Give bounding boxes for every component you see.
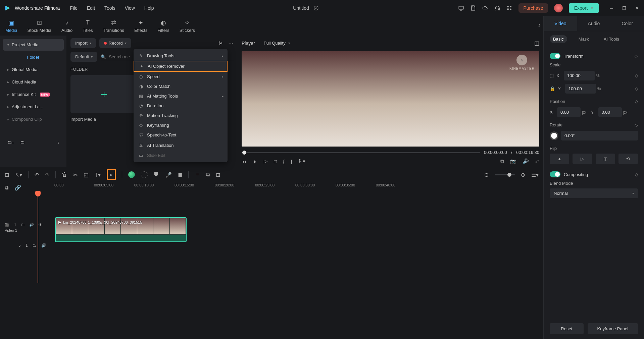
ruler-copy-icon[interactable]: ⧉	[5, 184, 8, 191]
cm-keyframing[interactable]: ◇ Keyframing	[134, 120, 228, 130]
more-tools-icon[interactable]: »	[107, 169, 116, 180]
import-media-tile[interactable]: ＋	[70, 75, 138, 113]
menu-tools[interactable]: Tools	[104, 5, 115, 11]
preview-viewport[interactable]: K KINEMASTER	[242, 51, 539, 147]
delete-icon[interactable]: 🗑	[62, 172, 67, 178]
ribbon-titles[interactable]: T Titles	[83, 19, 93, 33]
props-tab-color[interactable]: Color	[610, 16, 644, 31]
mute-icon[interactable]: 🔊	[41, 243, 46, 248]
sidebar-compound-clip[interactable]: ▸ Compound Clip	[3, 113, 64, 125]
shield-icon[interactable]: ⛊	[154, 172, 159, 178]
device-icon[interactable]	[458, 5, 464, 11]
cloud-icon[interactable]	[482, 5, 488, 11]
menu-edit[interactable]: Edit	[87, 5, 95, 11]
transform-toggle[interactable]	[550, 53, 560, 59]
close-icon[interactable]: ✕	[634, 5, 640, 11]
props-tab-audio[interactable]: Audio	[577, 16, 611, 31]
menu-view[interactable]: View	[125, 5, 135, 11]
keyframe-icon[interactable]: ◇	[635, 122, 638, 127]
mark-out-icon[interactable]: }	[291, 159, 292, 164]
new-folder-icon[interactable]: 🗀₊	[7, 140, 14, 145]
zoom-out-icon[interactable]: ⊖	[484, 172, 489, 178]
lock-open-icon[interactable]: ⬚	[550, 73, 554, 78]
video-clip[interactable]: ▶ km_20240706-1_1080p_30f_20240706_09151…	[55, 217, 187, 242]
headphones-icon[interactable]	[494, 5, 500, 11]
flip-horizontal[interactable]: ▲	[550, 154, 569, 164]
ribbon-next-icon[interactable]: ›	[538, 21, 541, 30]
keyframe-tool-icon[interactable]	[141, 171, 148, 178]
collapse-sidebar-icon[interactable]: ‹	[58, 140, 59, 145]
scrub-bar[interactable]	[242, 152, 480, 153]
group-icon[interactable]: ⧉	[206, 172, 210, 178]
compositing-toggle[interactable]	[550, 171, 560, 177]
flip-reset[interactable]: ⟲	[618, 154, 638, 164]
more-icon[interactable]: ⋯	[228, 40, 234, 46]
pos-x-input[interactable]	[557, 107, 581, 117]
playhead[interactable]	[38, 196, 38, 283]
menu-file[interactable]: File	[70, 5, 78, 11]
keyframe-icon[interactable]: ◇	[635, 99, 638, 104]
transform-keyframe-icon[interactable]: ◇	[635, 54, 638, 59]
snapshot-icon[interactable]: 📷	[510, 158, 516, 164]
green-screen-icon[interactable]	[128, 171, 135, 178]
cm-duration[interactable]: ◔ Duration	[134, 101, 228, 111]
lock-icon[interactable]: 🗀	[21, 223, 24, 227]
detach-window-icon[interactable]: ⧉	[500, 158, 504, 164]
cm-color-match[interactable]: ◑ Color Match	[134, 81, 228, 91]
save-icon[interactable]	[470, 5, 476, 11]
ribbon-stickers[interactable]: ✧ Stickers	[180, 19, 195, 33]
zoom-in-icon[interactable]: ⊕	[521, 172, 525, 178]
keyframe-icon[interactable]: ◇	[635, 172, 638, 177]
split-icon[interactable]: ✂	[73, 172, 78, 178]
cm-motion-tracking[interactable]: ⊕ Motion Tracking	[134, 111, 228, 120]
cm-ai-object-remover[interactable]: ✦ AI Object Remover	[134, 61, 228, 72]
add-track-icon[interactable]: ⊞	[216, 172, 220, 178]
prev-frame-icon[interactable]: ⏮	[242, 159, 247, 164]
sidebar-folder[interactable]: Folder	[3, 51, 64, 63]
record-button[interactable]: Record▾	[99, 38, 131, 48]
purchase-button[interactable]: Purchase	[518, 3, 548, 13]
cm-drawing-tools[interactable]: ✎ Drawing Tools ▸	[134, 51, 228, 61]
mute-icon[interactable]: 🔊	[29, 223, 34, 227]
flip-vertical[interactable]: ▷	[573, 154, 592, 164]
filter-icon[interactable]: ⫸	[218, 40, 224, 46]
stop-icon[interactable]: □	[274, 159, 277, 164]
lock-icon[interactable]: 🔒	[550, 86, 555, 91]
maximize-icon[interactable]: ❐	[621, 5, 627, 11]
ribbon-stock[interactable]: ⊡ Stock Media	[27, 19, 51, 33]
ribbon-effects[interactable]: ✦ Effects	[134, 19, 148, 33]
lock-icon[interactable]: 🗀	[33, 243, 37, 248]
sidebar-adjustment-layer[interactable]: ▸ Adjustment La...	[3, 101, 64, 113]
layout-icon[interactable]: ⊞	[5, 172, 9, 178]
cm-speech-to-text[interactable]: 🗩 Speech-to-Text	[134, 130, 228, 140]
text-tool-icon[interactable]: T▾	[95, 172, 101, 178]
keyframe-icon[interactable]: ◇	[635, 73, 638, 78]
marker-icon[interactable]: ⚐▾	[298, 158, 305, 164]
mixer-icon[interactable]: ≣	[178, 172, 182, 178]
sidebar-influence-kit[interactable]: ▸ Influence Kit NEW	[3, 89, 64, 100]
cm-ai-translation[interactable]: 文 AI Translation	[134, 140, 228, 151]
sort-default[interactable]: Default▾	[70, 52, 97, 62]
rotate-input[interactable]	[561, 131, 638, 140]
zoom-slider[interactable]	[495, 174, 515, 175]
pos-y-input[interactable]	[598, 107, 622, 117]
sidebar-global-media[interactable]: ▸ Global Media	[3, 64, 64, 75]
sidebar-cloud-media[interactable]: ▸ Cloud Media	[3, 76, 64, 88]
rotate-wheel[interactable]	[550, 131, 558, 140]
ribbon-filters[interactable]: ◐ Filters	[157, 19, 169, 33]
keyframe-panel-button[interactable]: Keyframe Panel	[588, 323, 638, 334]
mic-icon[interactable]: 🎤	[165, 172, 172, 178]
subtab-ai-tools[interactable]: AI Tools	[600, 35, 623, 43]
quality-select[interactable]: Full Quality ▾	[260, 38, 294, 48]
cm-speed[interactable]: ◷ Speed ▸	[134, 72, 228, 81]
folder-icon[interactable]: 🗀	[20, 140, 24, 145]
marker-add-icon[interactable]: ⧧	[195, 172, 200, 178]
preview-settings-icon[interactable]: ◫	[534, 40, 539, 46]
redo-icon[interactable]: ↷	[45, 172, 49, 178]
apps-icon[interactable]	[506, 5, 512, 11]
ribbon-media[interactable]: ▣ Media	[5, 19, 17, 33]
cloud-sync-icon[interactable]	[313, 5, 319, 11]
video-track[interactable]: 🎬 1 🗀 🔊 👁 Video 1 ▶ km_20240706-1_1080p_…	[17, 216, 543, 239]
ruler-link-icon[interactable]: 🔗	[14, 184, 21, 191]
mark-in-icon[interactable]: {	[283, 159, 285, 164]
